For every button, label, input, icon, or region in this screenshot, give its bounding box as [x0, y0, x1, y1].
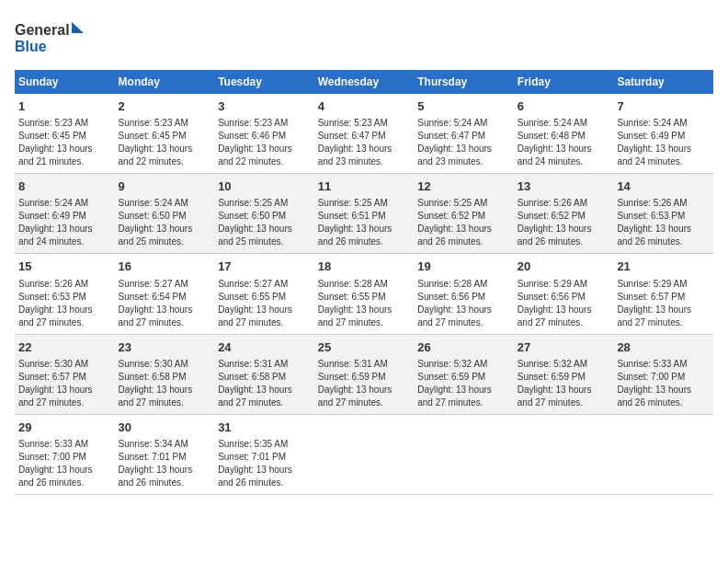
- cell-line: Sunset: 6:59 PM: [518, 371, 610, 384]
- cell-line: Sunrise: 5:24 AM: [617, 117, 710, 130]
- week-row-4: 22Sunrise: 5:30 AMSunset: 6:57 PMDayligh…: [15, 334, 713, 414]
- cell-line: and 22 minutes.: [218, 155, 311, 168]
- calendar-cell: 29Sunrise: 5:33 AMSunset: 7:00 PMDayligh…: [15, 414, 115, 494]
- cell-line: Daylight: 13 hours: [218, 304, 311, 316]
- cell-line: Daylight: 13 hours: [518, 223, 610, 236]
- calendar-cell: 27Sunrise: 5:32 AMSunset: 6:59 PMDayligh…: [514, 334, 614, 414]
- cell-line: Daylight: 13 hours: [617, 384, 710, 396]
- col-header-friday: Friday: [514, 70, 614, 94]
- cell-line: Sunrise: 5:24 AM: [518, 117, 610, 130]
- col-header-sunday: Sunday: [15, 70, 115, 94]
- cell-line: Sunset: 6:57 PM: [18, 371, 111, 384]
- calendar-cell: 19Sunrise: 5:28 AMSunset: 6:56 PMDayligh…: [414, 254, 514, 334]
- calendar-cell: 26Sunrise: 5:32 AMSunset: 6:59 PMDayligh…: [414, 334, 514, 414]
- calendar-cell: 17Sunrise: 5:27 AMSunset: 6:55 PMDayligh…: [214, 254, 314, 334]
- column-headers: SundayMondayTuesdayWednesdayThursdayFrid…: [15, 70, 713, 94]
- page-header: GeneralBlue: [15, 15, 713, 59]
- cell-line: Daylight: 13 hours: [119, 464, 211, 477]
- cell-line: Sunrise: 5:23 AM: [318, 117, 411, 130]
- calendar-cell: 5Sunrise: 5:24 AMSunset: 6:47 PMDaylight…: [414, 94, 514, 174]
- day-number: 25: [318, 339, 411, 356]
- cell-line: Sunrise: 5:33 AM: [18, 438, 111, 451]
- calendar-cell: 23Sunrise: 5:30 AMSunset: 6:58 PMDayligh…: [115, 334, 215, 414]
- cell-line: Daylight: 13 hours: [617, 304, 710, 316]
- cell-line: Sunrise: 5:28 AM: [318, 278, 411, 291]
- cell-line: and 26 minutes.: [119, 477, 211, 489]
- cell-line: Sunrise: 5:31 AM: [218, 358, 311, 371]
- cell-line: Daylight: 13 hours: [119, 143, 211, 155]
- day-number: 10: [218, 178, 311, 195]
- svg-text:Blue: Blue: [15, 39, 47, 54]
- cell-line: Sunset: 6:52 PM: [518, 210, 610, 223]
- calendar-cell: 13Sunrise: 5:26 AMSunset: 6:52 PMDayligh…: [514, 174, 614, 254]
- cell-line: and 27 minutes.: [318, 316, 411, 329]
- cell-line: Sunset: 6:55 PM: [218, 291, 311, 304]
- cell-line: Daylight: 13 hours: [18, 384, 111, 396]
- cell-line: and 27 minutes.: [318, 396, 411, 409]
- day-number: 2: [119, 98, 211, 115]
- cell-line: Sunset: 6:47 PM: [417, 130, 510, 143]
- cell-line: and 25 minutes.: [119, 236, 211, 248]
- day-number: 27: [518, 339, 610, 356]
- cell-line: and 27 minutes.: [218, 316, 311, 329]
- calendar-cell: [613, 414, 713, 494]
- calendar-cell: 18Sunrise: 5:28 AMSunset: 6:55 PMDayligh…: [314, 254, 415, 334]
- col-header-wednesday: Wednesday: [314, 70, 415, 94]
- cell-line: Daylight: 13 hours: [318, 223, 411, 236]
- day-number: 31: [218, 419, 311, 436]
- day-number: 11: [318, 178, 411, 195]
- week-row-2: 8Sunrise: 5:24 AMSunset: 6:49 PMDaylight…: [15, 174, 713, 254]
- day-number: 18: [318, 259, 411, 275]
- cell-line: Sunset: 6:49 PM: [617, 130, 710, 143]
- col-header-tuesday: Tuesday: [214, 70, 314, 94]
- cell-line: Daylight: 13 hours: [617, 223, 710, 236]
- cell-line: Daylight: 13 hours: [518, 304, 610, 316]
- calendar-cell: 4Sunrise: 5:23 AMSunset: 6:47 PMDaylight…: [314, 94, 415, 174]
- calendar-cell: 6Sunrise: 5:24 AMSunset: 6:48 PMDaylight…: [514, 94, 614, 174]
- calendar-table: SundayMondayTuesdayWednesdayThursdayFrid…: [15, 70, 713, 495]
- cell-line: Sunset: 6:54 PM: [119, 291, 211, 304]
- cell-line: Daylight: 13 hours: [318, 143, 411, 155]
- cell-line: Daylight: 13 hours: [18, 143, 111, 155]
- col-header-monday: Monday: [115, 70, 215, 94]
- cell-line: Sunrise: 5:34 AM: [119, 438, 211, 451]
- cell-line: and 26 minutes.: [417, 236, 510, 248]
- cell-line: Sunrise: 5:23 AM: [119, 117, 211, 130]
- day-number: 14: [617, 178, 710, 195]
- cell-line: Daylight: 13 hours: [18, 223, 111, 236]
- day-number: 5: [417, 98, 510, 115]
- day-number: 15: [18, 259, 111, 275]
- cell-line: Sunset: 6:47 PM: [318, 130, 411, 143]
- cell-line: Sunset: 6:57 PM: [617, 291, 710, 304]
- cell-line: and 26 minutes.: [617, 236, 710, 248]
- cell-line: and 23 minutes.: [417, 155, 510, 168]
- week-row-1: 1Sunrise: 5:23 AMSunset: 6:45 PMDaylight…: [15, 94, 713, 174]
- calendar-cell: 24Sunrise: 5:31 AMSunset: 6:58 PMDayligh…: [214, 334, 314, 414]
- cell-line: Sunset: 6:56 PM: [417, 291, 510, 304]
- day-number: 23: [119, 339, 211, 356]
- calendar-cell: 21Sunrise: 5:29 AMSunset: 6:57 PMDayligh…: [613, 254, 713, 334]
- cell-line: Sunrise: 5:29 AM: [617, 278, 710, 291]
- cell-line: Sunset: 6:55 PM: [318, 291, 411, 304]
- calendar-cell: 31Sunrise: 5:35 AMSunset: 7:01 PMDayligh…: [214, 414, 314, 494]
- cell-line: Sunrise: 5:25 AM: [318, 197, 411, 210]
- cell-line: Sunrise: 5:24 AM: [417, 117, 510, 130]
- cell-line: Daylight: 13 hours: [218, 384, 311, 396]
- cell-line: and 27 minutes.: [417, 316, 510, 329]
- cell-line: and 27 minutes.: [119, 316, 211, 329]
- calendar-cell: [414, 414, 514, 494]
- day-number: 6: [518, 98, 610, 115]
- calendar-cell: 12Sunrise: 5:25 AMSunset: 6:52 PMDayligh…: [414, 174, 514, 254]
- cell-line: and 26 minutes.: [617, 396, 710, 409]
- cell-line: Sunrise: 5:30 AM: [18, 358, 111, 371]
- calendar-cell: 28Sunrise: 5:33 AMSunset: 7:00 PMDayligh…: [613, 334, 713, 414]
- cell-line: Sunrise: 5:27 AM: [218, 278, 311, 291]
- cell-line: Daylight: 13 hours: [417, 143, 510, 155]
- calendar-cell: 25Sunrise: 5:31 AMSunset: 6:59 PMDayligh…: [314, 334, 415, 414]
- cell-line: and 23 minutes.: [318, 155, 411, 168]
- calendar-cell: 11Sunrise: 5:25 AMSunset: 6:51 PMDayligh…: [314, 174, 415, 254]
- day-number: 9: [119, 178, 211, 195]
- day-number: 1: [18, 98, 111, 115]
- cell-line: Sunrise: 5:24 AM: [119, 197, 211, 210]
- cell-line: Sunrise: 5:26 AM: [518, 197, 610, 210]
